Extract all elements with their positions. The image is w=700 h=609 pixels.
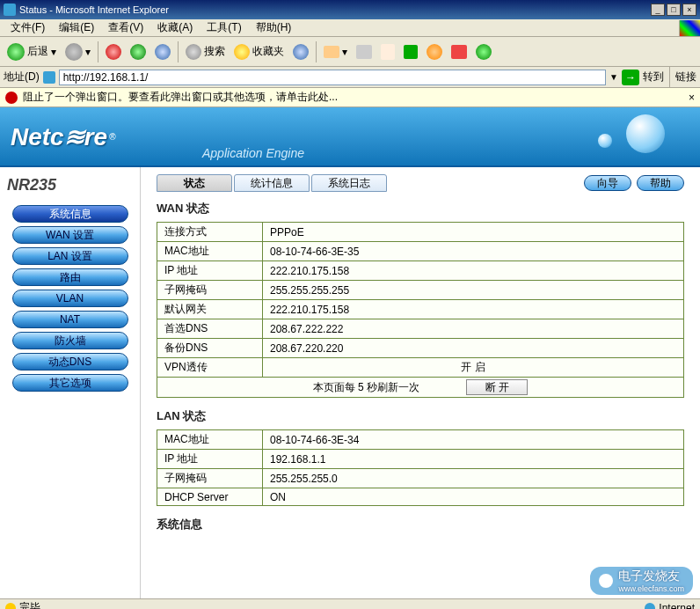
menu-tools[interactable]: 工具(T) (200, 18, 248, 37)
table-row: 子网掩码255.255.255.255 (157, 281, 684, 300)
tab-syslog[interactable]: 系统日志 (311, 174, 387, 192)
toolbar-separator (316, 41, 317, 62)
table-row: MAC地址08-10-74-66-3E-35 (157, 242, 684, 261)
cell-value: 222.210.175.158 (263, 261, 684, 281)
cell-value: 开 启 (263, 358, 684, 378)
maximize-button[interactable]: □ (667, 4, 681, 16)
cell-key: 子网掩码 (157, 281, 263, 300)
main-panel: 状态 统计信息 系统日志 向导 帮助 WAN 状态 连接方式PPPoE MAC地… (141, 167, 700, 598)
tool-button-1[interactable] (400, 43, 421, 61)
app-icon (451, 45, 467, 59)
toolbar: 后退 ▾ ▾ 搜索 收藏夹 ▾ (0, 37, 700, 67)
search-icon (186, 44, 201, 60)
url-input[interactable] (59, 70, 606, 85)
back-button[interactable]: 后退 ▾ (4, 41, 60, 62)
menu-view[interactable]: 查看(V) (101, 18, 150, 37)
flower-icon (427, 44, 442, 60)
table-row: 子网掩码255.255.255.0 (157, 469, 684, 488)
menu-favorites[interactable]: 收藏(A) (150, 18, 200, 37)
mail-button[interactable]: ▾ (320, 44, 351, 60)
table-row: IP 地址222.210.175.158 (157, 261, 684, 281)
cell-key: 默认网关 (157, 300, 263, 319)
forward-button[interactable]: ▾ (62, 41, 94, 62)
cell-key: 首选DNS (157, 319, 263, 339)
model-label: NR235 (7, 176, 133, 194)
search-button[interactable]: 搜索 (182, 42, 229, 62)
wizard-button[interactable]: 向导 (584, 175, 631, 191)
menu-bar: 文件(F) 编辑(E) 查看(V) 收藏(A) 工具(T) 帮助(H) (0, 19, 700, 37)
sidebar-item-firewall[interactable]: 防火墙 (12, 332, 128, 349)
table-row: VPN透传开 启 (157, 358, 684, 378)
cell-key: VPN透传 (157, 358, 263, 378)
cell-value: 208.67.220.220 (263, 339, 684, 358)
refresh-button[interactable] (127, 42, 149, 62)
forward-icon (65, 43, 83, 61)
home-icon (155, 44, 171, 60)
menu-edit[interactable]: 编辑(E) (52, 18, 101, 37)
sidebar-item-lan[interactable]: LAN 设置 (12, 247, 128, 265)
tool-button-2[interactable] (423, 42, 446, 62)
table-row: DHCP ServerON (157, 488, 684, 506)
table-row: MAC地址08-10-74-66-3E-34 (157, 430, 684, 450)
lan-table: MAC地址08-10-74-66-3E-34 IP 地址192.168.1.1 … (157, 429, 684, 506)
sidebar-item-wan[interactable]: WAN 设置 (12, 226, 128, 244)
history-button[interactable] (289, 42, 312, 62)
cell-value: 08-10-74-66-3E-34 (263, 430, 684, 450)
table-row: 首选DNS208.67.222.222 (157, 319, 684, 339)
menu-help[interactable]: 帮助(H) (249, 18, 299, 37)
close-button[interactable]: × (682, 4, 696, 16)
back-icon (7, 43, 25, 61)
home-button[interactable] (151, 42, 174, 62)
help-button[interactable]: 帮助 (637, 175, 684, 191)
tab-statistics[interactable]: 统计信息 (234, 174, 310, 192)
wan-table: 连接方式PPPoE MAC地址08-10-74-66-3E-35 IP 地址22… (157, 222, 684, 398)
bubble-decoration (598, 134, 612, 148)
cell-key: 连接方式 (157, 223, 263, 242)
minimize-button[interactable]: _ (651, 4, 665, 16)
go-button[interactable]: → (622, 70, 639, 85)
sidebar-item-route[interactable]: 路由 (12, 268, 128, 286)
window-title: Status - Microsoft Internet Explorer (19, 4, 649, 15)
sidebar: NR235 系统信息 WAN 设置 LAN 设置 路由 VLAN NAT 防火墙… (0, 167, 141, 598)
sidebar-item-nat[interactable]: NAT (12, 311, 128, 328)
page-content: Netc≋re ® Application Engine NR235 系统信息 … (0, 107, 700, 609)
sys-section-title: 系统信息 (157, 517, 684, 532)
sidebar-item-ddns[interactable]: 动态DNS (12, 353, 128, 371)
dropdown-icon[interactable]: ▼ (609, 72, 618, 82)
table-row: 本页面每 5 秒刷新一次 断 开 (157, 378, 684, 398)
stop-button[interactable] (102, 42, 125, 62)
toolbar-separator (98, 41, 98, 62)
registered-mark: ® (109, 132, 115, 142)
links-label[interactable]: 链接 (675, 70, 696, 84)
star-icon (234, 44, 250, 60)
refresh-row: 本页面每 5 秒刷新一次 断 开 (157, 378, 684, 398)
infobar-close-icon[interactable]: × (689, 92, 695, 104)
refresh-icon (130, 44, 146, 60)
infobar-text: 阻止了一个弹出窗口。要查看此弹出窗口或其他选项，请单击此处... (23, 90, 338, 105)
window-titlebar: Status - Microsoft Internet Explorer _ □… (0, 0, 700, 19)
watermark-icon (599, 574, 613, 588)
edit-button[interactable] (377, 42, 398, 62)
cell-key: IP 地址 (157, 450, 263, 469)
print-icon (356, 45, 372, 59)
cell-value: 222.210.175.158 (263, 300, 684, 319)
print-button[interactable] (353, 43, 376, 61)
history-icon (293, 44, 309, 60)
cell-value: 255.255.255.255 (263, 281, 684, 300)
status-text: 完毕 (19, 600, 40, 609)
tool-button-3[interactable] (448, 43, 470, 61)
sidebar-item-other[interactable]: 其它选项 (12, 374, 128, 392)
sidebar-item-sysinfo[interactable]: 系统信息 (12, 205, 128, 223)
sidebar-item-vlan[interactable]: VLAN (12, 290, 128, 307)
cell-key: MAC地址 (157, 430, 263, 450)
messenger-button[interactable] (472, 42, 495, 62)
popup-blocked-infobar[interactable]: 阻止了一个弹出窗口。要查看此弹出窗口或其他选项，请单击此处... × (0, 88, 700, 107)
disconnect-button[interactable]: 断 开 (466, 379, 528, 395)
brand-subtitle: Application Engine (202, 146, 304, 160)
tab-status[interactable]: 状态 (157, 174, 232, 192)
menu-file[interactable]: 文件(F) (4, 18, 52, 37)
separator (669, 67, 670, 88)
cell-value: ON (263, 488, 684, 506)
shield-icon (404, 45, 418, 59)
favorites-button[interactable]: 收藏夹 (230, 42, 288, 62)
